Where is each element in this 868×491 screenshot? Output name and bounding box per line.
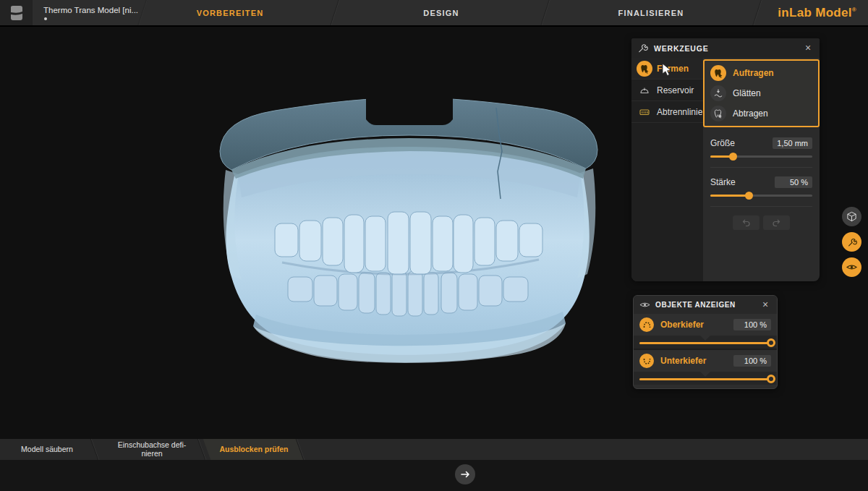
step-label: Ausblocken prüfen — [219, 445, 288, 454]
object-label: Oberkiefer — [660, 320, 733, 330]
unterkiefer-slider-strip — [634, 372, 777, 385]
mode-group: Auftragen Glätten Abtragen — [703, 59, 820, 127]
upper-jaw-icon — [639, 317, 654, 332]
tools-panel: WERKZEUGE × Formen Reservoir — [631, 38, 820, 281]
tooth-remove-icon — [710, 106, 726, 121]
divider — [710, 206, 812, 207]
tab-finalisieren[interactable]: FINALISIEREN — [590, 0, 712, 25]
divider — [710, 167, 812, 168]
redo-button[interactable] — [763, 215, 790, 230]
category-label: Abtrennlinie — [657, 107, 702, 117]
objects-close-button[interactable]: × — [760, 299, 771, 311]
topbar: Thermo Trans Model [ni... VORBEREITEN DE… — [0, 0, 868, 25]
separation-line-icon — [637, 106, 652, 118]
mode-label: Glätten — [733, 88, 761, 98]
sirona-logo-icon — [9, 5, 24, 21]
unterkiefer-opacity-value[interactable]: 100 % — [733, 355, 771, 367]
tooth-shape-icon — [637, 61, 652, 77]
tools-panel-header: WERKZEUGE × — [631, 38, 820, 58]
category-label: Reservoir — [657, 85, 694, 95]
tools-close-button[interactable]: × — [802, 43, 814, 54]
eye-icon — [846, 263, 857, 271]
view-cube-button[interactable] — [842, 207, 861, 226]
wrench-icon — [847, 237, 857, 247]
eye-icon — [639, 301, 650, 309]
lower-jaw-icon — [639, 354, 654, 368]
tool-sliders: Größe 1,50 mm Stärke 50 % — [703, 127, 820, 230]
objects-panel: OBJEKTE ANZEIGEN × Oberkiefer 100 % — [633, 295, 778, 389]
slider-groesse-knob[interactable] — [729, 153, 737, 161]
object-row-unterkiefer[interactable]: Unterkiefer 100 % — [634, 350, 777, 372]
tab-vorbereiten[interactable]: VORBEREITEN — [169, 0, 292, 25]
step-ausblocken-pruefen[interactable]: Ausblocken prüfen — [211, 439, 297, 460]
tab-design[interactable]: DESIGN — [380, 0, 503, 25]
slider-staerke-label: Stärke — [710, 177, 736, 187]
objects-toggle-button[interactable] — [842, 257, 861, 277]
tab-separator — [330, 0, 339, 25]
view-cube-icon — [846, 211, 857, 222]
brand-name: inLab Model — [778, 6, 851, 20]
oberkiefer-opacity-value[interactable]: 100 % — [733, 319, 771, 330]
notch — [700, 372, 710, 377]
object-row-oberkiefer[interactable]: Oberkiefer 100 % — [634, 314, 777, 336]
step-modell-saeubern[interactable]: Modell säubern — [7, 439, 87, 460]
oberkiefer-slider-strip — [634, 336, 777, 349]
unsaved-indicator-dot — [44, 17, 47, 20]
unterkiefer-opacity-track[interactable] — [639, 378, 771, 380]
bottom-zone — [0, 460, 868, 491]
objects-panel-title: OBJEKTE ANZEIGEN — [655, 301, 760, 309]
tab-separator — [137, 0, 147, 25]
viewport-3d[interactable]: WERKZEUGE × Formen Reservoir — [0, 27, 868, 439]
slider-staerke-value[interactable]: 50 % — [775, 176, 812, 188]
category-reservoir[interactable]: Reservoir — [631, 80, 703, 101]
next-step-button[interactable] — [455, 464, 475, 484]
mode-label: Abtragen — [733, 108, 768, 119]
tools-panel-title: WERKZEUGE — [654, 44, 802, 53]
step-bar: Modell säubern Einschubachse defi- niere… — [0, 439, 868, 460]
tool-category-list: Formen Reservoir Abtrennlinie — [631, 58, 703, 281]
undo-button[interactable] — [733, 215, 760, 230]
smooth-icon — [710, 85, 726, 101]
step-label: Einschubachse defi- nieren — [118, 441, 187, 458]
oberkiefer-opacity-track[interactable] — [639, 342, 771, 344]
panel-footer-pad — [634, 385, 777, 388]
dental-model[interactable] — [210, 90, 615, 365]
tab-separator — [752, 0, 762, 25]
object-label: Unterkiefer — [660, 356, 733, 366]
reservoir-icon — [637, 85, 652, 96]
mode-auftragen[interactable]: Auftragen — [705, 63, 818, 83]
slider-staerke-track[interactable] — [710, 195, 812, 197]
slider-groesse-value[interactable]: 1,50 mm — [773, 137, 812, 149]
app-menu-button[interactable] — [0, 0, 33, 25]
slider-groesse-label: Größe — [710, 138, 735, 148]
category-formen[interactable]: Formen — [631, 58, 703, 80]
brand-logo: inLab Model® — [778, 0, 856, 25]
tool-mode-area: Auftragen Glätten Abtragen — [703, 58, 820, 281]
slider-staerke-knob[interactable] — [745, 192, 753, 200]
notch — [700, 336, 710, 341]
step-separator — [90, 439, 100, 460]
document-title: Thermo Trans Model [ni... — [43, 6, 138, 14]
mode-label: Auftragen — [733, 68, 774, 78]
tab-separator — [540, 0, 550, 25]
arrow-right-icon — [461, 471, 470, 478]
category-abtrennlinie[interactable]: Abtrennlinie — [631, 101, 703, 123]
unterkiefer-opacity-knob[interactable] — [767, 375, 775, 383]
mode-glaetten[interactable]: Glätten — [705, 83, 818, 103]
oberkiefer-opacity-knob[interactable] — [767, 338, 775, 347]
step-label: Modell säubern — [21, 445, 73, 454]
slider-groesse-track[interactable] — [710, 155, 812, 158]
app-window: Thermo Trans Model [ni... VORBEREITEN DE… — [0, 0, 868, 491]
mode-abtragen[interactable]: Abtragen — [705, 103, 818, 124]
tools-toggle-button[interactable] — [842, 232, 861, 252]
registered-mark: ® — [852, 7, 856, 13]
objects-panel-header: OBJEKTE ANZEIGEN × — [634, 296, 777, 314]
category-label: Formen — [657, 64, 689, 74]
wrench-icon — [637, 43, 648, 54]
step-einschubachse[interactable]: Einschubachse defi- nieren — [109, 439, 195, 460]
tooth-add-icon — [710, 65, 726, 81]
